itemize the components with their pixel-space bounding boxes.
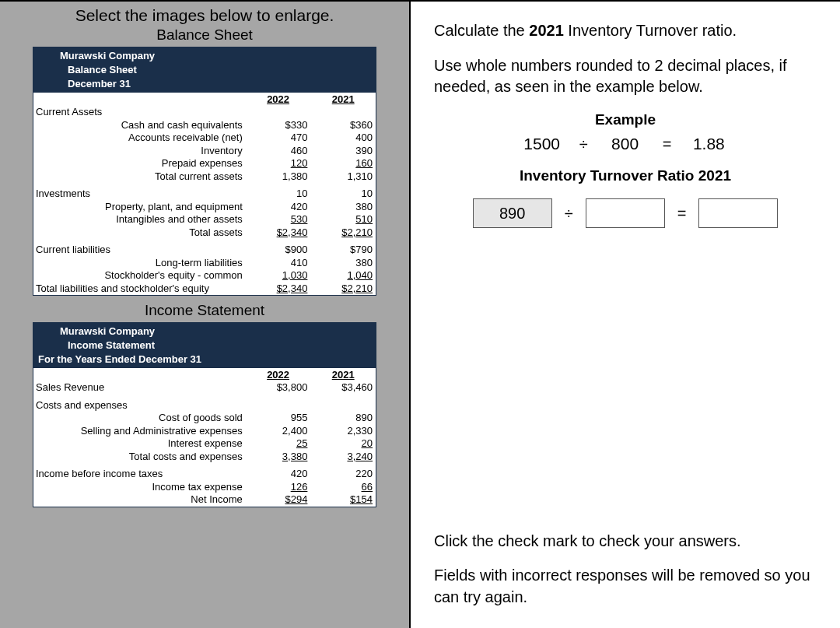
row-label: Interest expense xyxy=(33,437,246,451)
cell-value: 10 xyxy=(310,188,376,201)
equals-icon: = xyxy=(663,135,672,153)
cell-value: 400 xyxy=(310,132,376,145)
row-label: Property, plant, and equipment xyxy=(33,201,246,214)
cell-value: 3,380 xyxy=(246,451,311,464)
row-label: Cash and cash equivalents xyxy=(33,119,246,132)
col-header-2022: 2022 xyxy=(246,368,311,381)
cell-value: $900 xyxy=(246,244,311,257)
numerator-box[interactable]: 890 xyxy=(473,198,552,228)
cell-value: 66 xyxy=(310,481,376,494)
col-header-2022: 2022 xyxy=(246,93,311,106)
example-numerator: 1500 xyxy=(517,135,567,153)
row-label: Total assets xyxy=(33,226,246,240)
cell-value: 1,040 xyxy=(310,269,376,282)
cell-value: 126 xyxy=(246,481,311,494)
statement-name: Balance Sheet xyxy=(33,63,376,77)
cell-value: $294 xyxy=(246,493,311,507)
income-statement-title: Income Statement xyxy=(33,302,376,319)
income-statement-image[interactable]: Murawski Company Income Statement For th… xyxy=(33,322,376,507)
section-current-assets: Current Assets xyxy=(33,106,246,119)
row-label: Long-term liabilities xyxy=(33,257,246,270)
cell-value: 390 xyxy=(310,145,376,158)
question-text-pre: Calculate the xyxy=(434,22,529,39)
balance-sheet-title: Balance Sheet xyxy=(33,26,376,44)
example-label: Example xyxy=(434,111,817,128)
section-costs: Costs and expenses xyxy=(33,399,246,412)
cell-value: 380 xyxy=(310,257,376,270)
enlarge-instruction: Select the images below to enlarge. xyxy=(33,6,376,25)
col-header-2021: 2021 xyxy=(310,93,376,106)
question-panel: Calculate the 2021 Inventory Turnover ra… xyxy=(411,2,840,628)
company-name: Murawski Company xyxy=(33,47,376,63)
cell-value: 220 xyxy=(310,468,376,481)
example-denominator: 800 xyxy=(600,135,650,153)
row-label: Selling and Administrative expenses xyxy=(33,425,246,438)
row-label: Accounts receivable (net) xyxy=(33,132,246,145)
cell-value: $790 xyxy=(310,244,376,257)
cell-value: 120 xyxy=(246,157,311,170)
footer-line-2: Fields with incorrect responses will be … xyxy=(434,564,817,608)
ratio-title: Inventory Turnover Ratio 2021 xyxy=(434,167,817,184)
example-row: 1500 ÷ 800 = 1.88 xyxy=(434,135,817,153)
row-label: Total liabilities and stockholder's equi… xyxy=(33,282,246,296)
equals-icon: = xyxy=(677,205,687,223)
denominator-input[interactable] xyxy=(586,198,665,228)
cell-value: 1,380 xyxy=(246,170,311,184)
cell-value: 460 xyxy=(246,145,311,158)
row-label: Prepaid expenses xyxy=(33,157,246,170)
question-prompt: Calculate the 2021 Inventory Turnover ra… xyxy=(434,20,817,41)
answer-row: 890 ÷ = xyxy=(434,198,817,228)
row-label: Investments xyxy=(33,188,246,201)
cell-value: 3,240 xyxy=(310,451,376,464)
example-result: 1.88 xyxy=(684,135,733,153)
divide-icon: ÷ xyxy=(565,205,573,223)
statement-name: Income Statement xyxy=(33,339,376,353)
cell-value: 160 xyxy=(310,157,376,170)
balance-sheet-image[interactable]: Murawski Company Balance Sheet December … xyxy=(33,47,376,296)
cell-value: $3,460 xyxy=(310,381,376,395)
cell-value: 2,330 xyxy=(310,425,376,438)
cell-value: 25 xyxy=(246,437,311,451)
row-label: Sales Revenue xyxy=(33,381,246,395)
cell-value: 410 xyxy=(246,257,311,270)
row-label: Intangibles and other assets xyxy=(33,213,246,226)
row-label: Net Income xyxy=(33,493,246,507)
reference-panel: Select the images below to enlarge. Bala… xyxy=(0,2,411,628)
divide-icon: ÷ xyxy=(579,135,588,153)
cell-value: 510 xyxy=(310,213,376,226)
cell-value: $2,340 xyxy=(246,226,311,240)
cell-value: $2,210 xyxy=(310,282,376,296)
row-label: Inventory xyxy=(33,145,246,158)
question-text-post: Inventory Turnover ratio. xyxy=(564,22,737,39)
cell-value: $154 xyxy=(310,493,376,507)
cell-value: 1,310 xyxy=(310,170,376,184)
cell-value: 470 xyxy=(246,132,311,145)
row-label: Total costs and expenses xyxy=(33,451,246,464)
row-label: Income before income taxes xyxy=(33,468,246,481)
cell-value: 20 xyxy=(310,437,376,451)
col-header-2021: 2021 xyxy=(310,368,376,381)
question-hint: Use whole numbers rounded to 2 decimal p… xyxy=(434,55,817,97)
cell-value: 420 xyxy=(246,468,311,481)
cell-value: $3,800 xyxy=(246,381,311,395)
cell-value: 10 xyxy=(246,188,311,201)
cell-value: 420 xyxy=(246,201,311,214)
row-label: Stockholder's equity - common xyxy=(33,269,246,282)
row-label: Total current assets xyxy=(33,170,246,184)
cell-value: 530 xyxy=(246,213,311,226)
cell-value: 2,400 xyxy=(246,425,311,438)
statement-date: December 31 xyxy=(33,77,376,93)
statement-period: For the Years Ended December 31 xyxy=(33,353,376,368)
cell-value: 955 xyxy=(246,412,311,425)
question-year: 2021 xyxy=(529,22,564,39)
row-label: Current liabilities xyxy=(33,244,246,257)
cell-value: 380 xyxy=(310,201,376,214)
cell-value: $330 xyxy=(246,119,311,132)
company-name: Murawski Company xyxy=(33,323,376,339)
cell-value: $2,340 xyxy=(246,282,311,296)
cell-value: 890 xyxy=(310,412,376,425)
cell-value: $360 xyxy=(310,119,376,132)
row-label: Cost of goods sold xyxy=(33,412,246,425)
result-input[interactable] xyxy=(698,198,778,228)
footer-instructions: Click the check mark to check your answe… xyxy=(434,530,817,620)
